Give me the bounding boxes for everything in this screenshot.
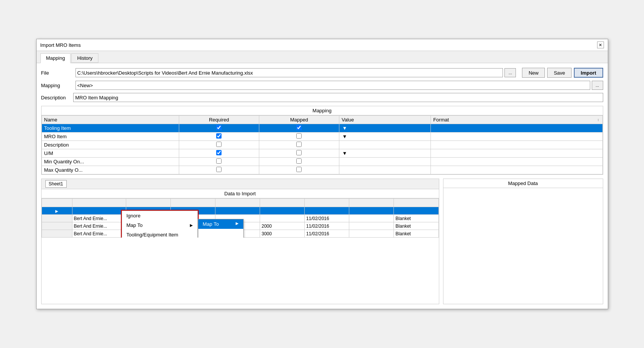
row-mapped-minqty[interactable]	[259, 158, 339, 166]
header-cell-6	[305, 207, 349, 215]
import-button[interactable]: Import	[574, 68, 603, 78]
tab-history[interactable]: History	[71, 53, 98, 63]
context-ignore[interactable]: Ignore	[122, 211, 198, 220]
row-indicator-3	[42, 230, 72, 238]
col-2	[126, 199, 170, 207]
data-to-import-header: Data to Import	[42, 189, 439, 198]
data-cell-2-6: 11/02/2016	[305, 222, 349, 230]
row-mapped-um[interactable]	[259, 149, 339, 158]
col-header-required: Required	[179, 116, 259, 124]
new-button[interactable]: New	[522, 68, 545, 78]
data-section: Data to Import	[42, 189, 439, 304]
mapping-browse-button[interactable]: ...	[592, 81, 603, 90]
data-cell-1-8: Blanket	[394, 215, 438, 222]
main-content: File ... New Save Import Mapping ... Des…	[37, 63, 608, 309]
header-cell-5	[260, 207, 304, 215]
row-required-mro[interactable]	[179, 132, 259, 141]
context-tooling[interactable]: Tooling/Equipment Item	[122, 230, 198, 238]
header-cell-1	[72, 207, 126, 215]
mapping-row-tooling[interactable]: Tooling Item ▼	[42, 124, 602, 132]
mapping-input[interactable]	[75, 81, 590, 90]
row-format-minqty	[431, 158, 602, 166]
mapping-table: Name Required Mapped Value Format ↕	[42, 115, 603, 174]
data-cell-3-6: 11/02/2016	[305, 230, 349, 238]
row-format-desc	[431, 141, 602, 149]
col-indicator	[42, 199, 72, 207]
row-format-maxqty	[431, 166, 602, 174]
data-cell-3-5: 3000	[260, 230, 304, 238]
row-name-tooling: Tooling Item	[42, 124, 179, 132]
file-row: File ... New Save Import	[41, 68, 603, 78]
context-menu: Ignore Map To ▶ Tooling/Equipment Item	[122, 211, 198, 238]
row-required-minqty[interactable]	[179, 158, 259, 166]
description-input[interactable]	[73, 93, 603, 102]
row-format-tooling	[431, 124, 602, 132]
format-resize[interactable]: ↕	[597, 118, 600, 122]
row-value-um[interactable]: ▼	[339, 149, 431, 158]
col-3	[170, 199, 215, 207]
data-cell-2-8: Blanket	[394, 222, 438, 230]
col-header-mapped: Mapped	[259, 116, 339, 124]
col-6	[305, 199, 349, 207]
row-mapped-desc[interactable]	[259, 141, 339, 149]
row-name-mro: MRO Item	[42, 132, 179, 141]
row-name-minqty: Min Quantity On...	[42, 158, 179, 166]
sheet-tab-bar: Sheet1	[42, 179, 439, 189]
submenu: Map To ▶	[198, 219, 244, 238]
data-cell-2-1: Bert And Ernie...	[72, 222, 126, 230]
action-buttons: New Save Import	[522, 68, 603, 78]
save-button[interactable]: Save	[547, 68, 572, 78]
data-cell-3-1: Bert And Ernie...	[72, 230, 126, 238]
row-required-maxqty[interactable]	[179, 166, 259, 174]
submenu-map-to[interactable]: Map To ▶	[198, 219, 243, 229]
data-grid-wrapper[interactable]: ▶	[42, 198, 439, 238]
row-value-mro[interactable]: ▼	[339, 132, 431, 141]
window-title: Import MRO Items	[40, 42, 81, 48]
file-input[interactable]	[75, 68, 503, 77]
mapping-row-um[interactable]: U/M ▼	[42, 149, 602, 158]
col-4	[215, 199, 260, 207]
mapping-label: Mapping	[41, 83, 75, 88]
mapping-section: Mapping Name Required Mapped Value Forma…	[41, 106, 603, 175]
row-required-desc[interactable]	[179, 141, 259, 149]
row-indicator-2	[42, 222, 72, 230]
context-menu-container: Ignore Map To ▶ Tooling/Equipment Item	[122, 211, 244, 238]
col-5	[260, 199, 304, 207]
file-label: File	[41, 70, 75, 76]
close-button[interactable]: ✕	[597, 42, 604, 48]
row-value-maxqty	[339, 166, 431, 174]
header-cell-7	[349, 207, 394, 215]
row-name-um: U/M	[42, 149, 179, 158]
title-bar: Import MRO Items ✕	[37, 39, 608, 51]
row-mapped-maxqty[interactable]	[259, 166, 339, 174]
main-window: Import MRO Items ✕ Mapping History File …	[36, 39, 608, 309]
row-format-um	[431, 149, 602, 158]
row-mapped-tooling[interactable]	[259, 124, 339, 132]
row-required-um[interactable]	[179, 149, 259, 158]
mapping-section-header: Mapping	[42, 106, 603, 115]
row-mapped-mro[interactable]	[259, 132, 339, 141]
context-map-to[interactable]: Map To ▶	[122, 220, 198, 230]
data-cell-1-6: 11/02/2016	[305, 215, 349, 222]
mapping-row-maxqty[interactable]: Max Quantity O...	[42, 166, 602, 174]
col-7	[349, 199, 394, 207]
mapping-row-minqty[interactable]: Min Quantity On...	[42, 158, 602, 166]
row-value-tooling[interactable]: ▼	[339, 124, 431, 132]
row-format-mro	[431, 132, 602, 141]
row-name-description: Description	[42, 141, 179, 149]
mapping-row-description[interactable]: Description	[42, 141, 602, 149]
data-cell-1-1: Bert And Ernie...	[72, 215, 126, 222]
mapping-row-mro[interactable]: MRO Item ▼	[42, 132, 602, 141]
sheet-panel: Sheet1 Data to Import	[41, 179, 439, 304]
row-name-maxqty: Max Quantity O...	[42, 166, 179, 174]
col-header-format: Format ↕	[431, 116, 602, 124]
file-browse-button[interactable]: ...	[504, 68, 516, 77]
mapping-row: Mapping ...	[41, 81, 603, 90]
tab-mapping[interactable]: Mapping	[40, 53, 71, 63]
mapped-data-panel: Mapped Data	[443, 179, 603, 304]
data-cell-3-8: Blanket	[394, 230, 438, 238]
data-cell-2-5: 2000	[260, 222, 304, 230]
sheet1-tab[interactable]: Sheet1	[45, 180, 67, 188]
data-cell-1-5	[260, 215, 304, 222]
row-required-tooling[interactable]	[179, 124, 259, 132]
